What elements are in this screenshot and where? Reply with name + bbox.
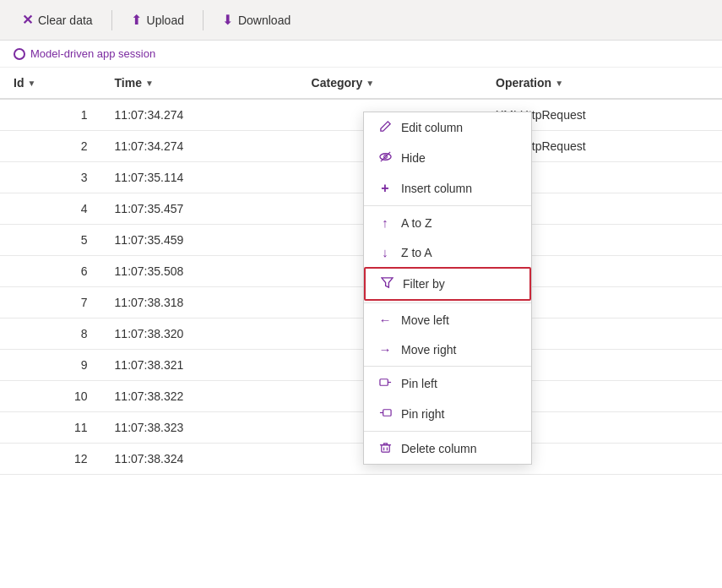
table-row: 1111:07:38.323Fetch [0, 412, 722, 444]
cell-time: 11:07:38.321 [101, 350, 298, 381]
cell-id: 12 [0, 444, 101, 475]
menu-item-hide[interactable]: Hide [364, 143, 531, 173]
toolbar-divider-2 [203, 10, 204, 30]
table-container: Id ▼ Time ▼ Category ▼ [0, 68, 722, 475]
toolbar-divider-1 [111, 10, 112, 30]
table-row: 911:07:38.321Fetch [0, 350, 722, 381]
menu-item-label: Pin left [401, 377, 437, 390]
arrow-down-icon: ↓ [377, 245, 393, 259]
cell-id: 7 [0, 287, 101, 318]
upload-button[interactable]: ⬆ Upload [122, 7, 193, 33]
data-table: Id ▼ Time ▼ Category ▼ [0, 68, 722, 475]
cell-id: 5 [0, 225, 101, 256]
col-operation-label: Operation [496, 76, 551, 90]
col-header-operation[interactable]: Operation ▼ [482, 68, 722, 99]
col-category-sort-icon: ▼ [366, 79, 374, 88]
cell-id: 9 [0, 350, 101, 381]
menu-separator [364, 431, 531, 432]
menu-item-label: Move left [401, 313, 449, 327]
pin-left-icon [377, 376, 393, 391]
cell-id: 1 [0, 99, 101, 131]
filter-icon [379, 276, 394, 291]
menu-separator [364, 205, 531, 206]
col-time-sort-icon: ▼ [145, 79, 154, 88]
cell-time: 11:07:38.324 [101, 444, 298, 475]
menu-item-move-right[interactable]: →Move right [364, 335, 531, 364]
table-row: 711:07:38.318Fetch [0, 287, 722, 318]
table-row: 311:07:35.114Fetch [0, 162, 722, 193]
col-operation-sort-icon: ▼ [555, 79, 563, 88]
menu-item-label: Edit column [401, 121, 463, 134]
table-row: 811:07:38.320Fetch [0, 318, 722, 350]
menu-item-label: Insert column [401, 182, 472, 195]
svg-rect-4 [379, 379, 387, 386]
col-header-category[interactable]: Category ▼ [298, 68, 482, 99]
cell-time: 11:07:38.318 [101, 287, 298, 318]
cell-id: 10 [0, 381, 101, 412]
table-body: 111:07:34.274XMLHttpRequest211:07:34.274… [0, 99, 722, 475]
cell-time: 11:07:35.457 [101, 193, 298, 225]
col-time-label: Time [115, 76, 142, 90]
cell-id: 2 [0, 131, 101, 162]
menu-item-move-left[interactable]: ←Move left [364, 305, 531, 335]
menu-separator [364, 366, 531, 367]
table-row: 511:07:35.459Fetch [0, 225, 722, 256]
clear-data-label: Clear data [38, 14, 93, 27]
hide-icon [377, 150, 393, 166]
pencil-icon [377, 120, 393, 135]
menu-item-label: A to Z [401, 216, 432, 230]
arrow-right-icon: → [377, 342, 393, 357]
cell-time: 11:07:38.320 [101, 318, 298, 350]
cell-time: 11:07:35.508 [101, 256, 298, 287]
cell-id: 8 [0, 318, 101, 350]
menu-item-pin-left[interactable]: Pin left [364, 368, 531, 399]
cell-id: 4 [0, 193, 101, 225]
cell-time: 11:07:34.274 [101, 131, 298, 162]
menu-item-z-to-a[interactable]: ↓Z to A [364, 237, 531, 267]
cell-time: 11:07:34.274 [101, 99, 298, 131]
table-row: 1211:07:38.324Fetch [0, 444, 722, 475]
menu-item-label: Move right [401, 343, 456, 357]
pin-right-icon [377, 406, 393, 422]
table-row: 1011:07:38.322Fetch [0, 381, 722, 412]
col-category-label: Category [312, 76, 363, 90]
col-id-label: Id [14, 76, 24, 90]
table-row: 211:07:34.274XMLHttpRequest [0, 131, 722, 162]
svg-marker-3 [381, 278, 392, 287]
upload-icon: ⬆ [131, 12, 142, 28]
breadcrumb-label: Model-driven app session [30, 47, 155, 60]
menu-item-filter-by[interactable]: Filter by [364, 267, 531, 301]
plus-icon: + [377, 181, 393, 196]
menu-item-label: Filter by [403, 277, 445, 291]
menu-separator [364, 302, 531, 303]
download-label: Download [238, 14, 290, 27]
download-button[interactable]: ⬇ Download [214, 7, 299, 33]
menu-item-delete-column[interactable]: Delete column [364, 433, 531, 464]
context-menu: Edit columnHide+Insert column↑A to Z↓Z t… [363, 112, 532, 465]
menu-item-label: Z to A [401, 246, 432, 259]
download-icon: ⬇ [222, 12, 233, 28]
cell-id: 11 [0, 412, 101, 444]
menu-item-pin-right[interactable]: Pin right [364, 399, 531, 429]
clear-data-button[interactable]: ✕ Clear data [14, 7, 101, 33]
menu-item-label: Pin right [401, 407, 444, 421]
table-header-row: Id ▼ Time ▼ Category ▼ [0, 68, 722, 99]
arrow-left-icon: ← [377, 313, 393, 327]
cell-id: 3 [0, 162, 101, 193]
col-header-time[interactable]: Time ▼ [101, 68, 298, 99]
menu-item-insert-column[interactable]: +Insert column [364, 173, 531, 204]
cell-time: 11:07:35.459 [101, 225, 298, 256]
cell-time: 11:07:38.322 [101, 381, 298, 412]
svg-rect-8 [381, 445, 388, 452]
menu-item-label: Delete column [401, 442, 477, 455]
toolbar: ✕ Clear data ⬆ Upload ⬇ Download [0, 0, 722, 41]
menu-item-a-to-z[interactable]: ↑A to Z [364, 208, 531, 237]
upload-label: Upload [147, 14, 184, 27]
svg-rect-6 [383, 410, 390, 416]
col-header-id[interactable]: Id ▼ [0, 68, 101, 99]
cell-time: 11:07:38.323 [101, 412, 298, 444]
menu-item-label: Hide [401, 151, 426, 165]
col-id-sort-icon: ▼ [27, 79, 35, 88]
menu-item-edit-column[interactable]: Edit column [364, 112, 531, 143]
table-row: 111:07:34.274XMLHttpRequest [0, 99, 722, 131]
